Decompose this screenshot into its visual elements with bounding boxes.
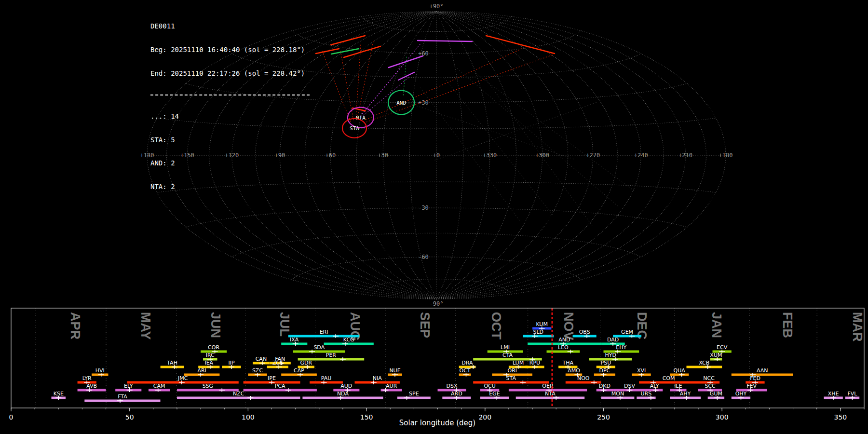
shower-label-fta: FTA bbox=[118, 393, 127, 400]
end-time-line: End: 20251110 22:17:26 (sol = 228.42°) bbox=[150, 69, 310, 77]
month-label: JUN bbox=[208, 312, 223, 338]
lon-label: +240 bbox=[634, 152, 648, 159]
shower-label-xum: XUM bbox=[710, 352, 722, 358]
shower-label-aud: AUD bbox=[340, 383, 352, 389]
shower-label-com: COM bbox=[663, 375, 675, 381]
shower-label-leo: LEO bbox=[558, 344, 569, 351]
south-pole-label: -90° bbox=[430, 300, 444, 307]
x-tick-label: 0 bbox=[9, 413, 14, 421]
shower-bar-sld bbox=[523, 335, 554, 338]
shower-label-hyd: HYD bbox=[605, 352, 616, 358]
shower-bar-kcg bbox=[324, 343, 374, 345]
shower-label-ssg: SSG bbox=[203, 383, 214, 389]
faint-track bbox=[435, 102, 597, 160]
shower-label-can: CAN bbox=[256, 356, 267, 362]
sky-map-and-timeline-plot: Solar longitude (deg) +180+150+120+90+60… bbox=[0, 0, 868, 434]
shower-label-obs: OBS bbox=[579, 329, 590, 335]
lon-label: +60 bbox=[326, 152, 336, 159]
shower-label-ixa: IXA bbox=[290, 337, 299, 343]
shower-bar-nzc bbox=[177, 397, 300, 399]
shower-label-per: PER bbox=[326, 352, 337, 358]
shower-label-mon: MON bbox=[611, 391, 624, 397]
shower-bar-spe bbox=[397, 397, 431, 399]
month-label: FEB bbox=[780, 312, 795, 338]
shower-label-hvi: HVI bbox=[95, 367, 105, 374]
shower-label-sta: STA bbox=[506, 375, 516, 381]
shower-label-ari: ARI bbox=[197, 367, 206, 374]
shower-bar-ssg bbox=[177, 389, 239, 392]
shower-label-qua: QUA bbox=[674, 367, 686, 374]
shower-label-ori: ORI bbox=[508, 367, 517, 374]
radiant-label-sta: STA bbox=[350, 125, 359, 132]
shower-label-aan: AAN bbox=[757, 367, 768, 374]
shower-label-pau: PAU bbox=[321, 375, 332, 381]
lon-label: +330 bbox=[483, 152, 497, 159]
shower-label-cor: COR bbox=[208, 344, 219, 351]
shower-label-sda: SDA bbox=[313, 344, 325, 351]
shower-label-lmi: LMI bbox=[501, 344, 510, 351]
count-nta: NTA: 2 bbox=[150, 183, 310, 190]
faint-track bbox=[403, 101, 574, 159]
count-unassociated: ...: 14 bbox=[150, 112, 310, 120]
faint-track bbox=[445, 78, 554, 216]
meridian-line bbox=[436, 12, 686, 299]
lon-label: +30 bbox=[378, 152, 388, 159]
month-label: JUL bbox=[277, 312, 292, 337]
separator-dashed-line bbox=[150, 95, 310, 95]
month-label: MAR bbox=[850, 312, 865, 342]
radiant-path bbox=[365, 49, 522, 120]
month-label: SEP bbox=[418, 312, 432, 338]
parallel-line bbox=[292, 257, 581, 280]
meteor-radiant-dashboard: DE0011 Beg: 20251110 16:40:40 (sol = 228… bbox=[0, 0, 868, 434]
x-tick-label: 150 bbox=[360, 413, 373, 421]
shower-label-cap: CAP bbox=[294, 367, 304, 374]
shower-label-aly: ALY bbox=[650, 383, 659, 389]
shower-label-eri: ERI bbox=[320, 329, 328, 335]
shower-bar-com bbox=[639, 381, 698, 384]
meteor-trail bbox=[398, 72, 414, 80]
shower-bar-sda bbox=[293, 351, 345, 353]
meteor-trail bbox=[331, 36, 365, 45]
shower-label-gem: GEM bbox=[621, 329, 633, 335]
x-axis-title: Solar longitude (deg) bbox=[399, 419, 475, 427]
shower-bar-nta bbox=[516, 397, 585, 399]
shower-label-oct: OCT bbox=[459, 367, 470, 374]
shower-label-dsx: DSX bbox=[447, 383, 458, 389]
shower-label-ile: ILE bbox=[674, 383, 682, 389]
shower-label-ely: ELY bbox=[124, 383, 133, 389]
shower-bar-aan bbox=[732, 374, 793, 376]
shower-label-dpc: DPC bbox=[599, 367, 610, 374]
lon-label: +300 bbox=[535, 152, 549, 159]
shower-label-spe: SPE bbox=[409, 391, 419, 397]
shower-label-fev: FEV bbox=[746, 383, 757, 389]
shower-label-tah: TAH bbox=[166, 360, 177, 366]
radiant-path bbox=[322, 51, 351, 122]
month-label: OCT bbox=[489, 312, 503, 340]
shower-label-psu: PSU bbox=[601, 360, 611, 366]
lon-label: +270 bbox=[586, 152, 600, 159]
shower-label-nzc: NZC bbox=[233, 391, 244, 397]
shower-label-and: AND bbox=[558, 337, 570, 343]
shower-bar-pca bbox=[244, 389, 317, 392]
shower-label-iea: IEA bbox=[204, 360, 213, 366]
x-tick-label: 200 bbox=[478, 413, 491, 421]
shower-label-dkd: DKD bbox=[599, 383, 610, 389]
x-tick-label: 250 bbox=[597, 413, 610, 421]
meteor-layer bbox=[316, 36, 636, 226]
shower-label-nta: NTA bbox=[545, 391, 556, 397]
shower-bar-xcb bbox=[687, 366, 722, 368]
north-pole-label: +90° bbox=[430, 3, 444, 10]
meteor-trail bbox=[486, 36, 555, 54]
observation-info-panel: DE0011 Beg: 20251110 16:40:40 (sol = 228… bbox=[150, 7, 310, 206]
shower-label-cam: CAM bbox=[153, 383, 165, 389]
meteor-trail bbox=[418, 41, 472, 41]
x-tick-label: 300 bbox=[716, 413, 729, 421]
shower-label-ncc: NCC bbox=[703, 375, 715, 381]
lat-label: -30 bbox=[418, 204, 429, 211]
x-tick-label: 100 bbox=[242, 413, 255, 421]
shower-bars: KUMERISLDOBSGEMIXAKCGANDDADCORSDALMILEOE… bbox=[52, 321, 860, 403]
count-sta: STA: 5 bbox=[150, 136, 310, 144]
shower-label-ahy: AHY bbox=[680, 391, 691, 397]
meridian-line bbox=[436, 12, 490, 299]
month-label: JAN bbox=[709, 312, 724, 338]
